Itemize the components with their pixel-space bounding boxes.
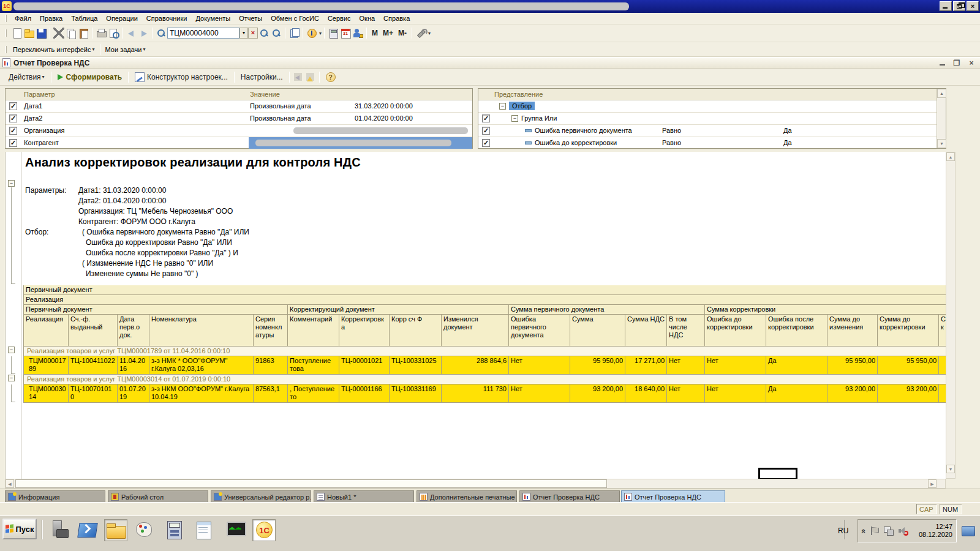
calculator-icon[interactable] <box>328 28 339 39</box>
menu-item-1[interactable]: Правка <box>36 13 67 23</box>
filter-row[interactable]: ✓−Группа Или <box>478 113 937 125</box>
child-restore-button[interactable]: ❐ <box>952 59 962 68</box>
1c-taskbar-icon[interactable]: 1С <box>252 519 276 541</box>
find-next-icon[interactable] <box>258 28 270 39</box>
row-checkbox[interactable]: ✓ <box>9 139 17 147</box>
scroll-thumb[interactable] <box>15 479 607 488</box>
chevron-expand-icon[interactable]: « <box>859 528 869 533</box>
close-button[interactable]: × <box>967 1 979 11</box>
report-horizontal-scrollbar[interactable]: ◀ ▶ <box>5 479 946 489</box>
table-data-row[interactable]: ТЦМ00001789ТЦ-10041102211.04.2016з-з НМК… <box>23 356 946 375</box>
scroll-down-icon[interactable]: ▼ <box>937 139 946 148</box>
memory-minus-button[interactable]: M- <box>396 28 409 38</box>
language-indicator[interactable]: RU <box>834 527 853 535</box>
chevron-down-icon[interactable]: ▾ <box>428 31 431 36</box>
mdi-tab-5[interactable]: Отчет Проверка НДС <box>519 490 620 503</box>
row-checkbox[interactable]: ✓ <box>482 139 490 147</box>
settings-button[interactable]: Настройки... <box>237 72 287 83</box>
undo-icon[interactable] <box>126 28 137 39</box>
save-icon[interactable] <box>36 28 47 39</box>
scroll-up-icon[interactable]: ▲ <box>937 89 946 98</box>
collapse-group-icon[interactable]: − <box>8 375 15 381</box>
folder-taskbar-icon[interactable] <box>104 519 127 541</box>
filter-row[interactable]: ✓Ошибка до корректировкиРавноДа <box>478 137 937 149</box>
menu-item-10[interactable]: Справка <box>379 13 414 23</box>
mdi-tab-0[interactable]: Информация <box>5 490 105 503</box>
copy-icon[interactable] <box>66 28 77 39</box>
tools-icon[interactable] <box>415 28 426 39</box>
scroll-right-icon[interactable]: ▶ <box>928 479 937 488</box>
row-checkbox[interactable]: ✓ <box>9 127 17 135</box>
row-checkbox[interactable]: ✓ <box>482 114 490 122</box>
flag-icon[interactable] <box>871 527 879 535</box>
tree-collapse-icon[interactable]: − <box>499 103 506 110</box>
param-row[interactable]: ✓Дата1Произвольная дата31.03.2020 0:00:0… <box>6 100 472 113</box>
actions-button[interactable]: Действия ▾ <box>5 72 48 83</box>
menu-item-6[interactable]: Отчеты <box>235 13 266 23</box>
scroll-left-icon[interactable]: ◀ <box>6 479 14 488</box>
report-vertical-scrollbar[interactable]: ▲ ▼ <box>946 152 956 479</box>
report-window-titlebar[interactable]: Отчет Проверка НДС ❐ × <box>0 57 980 69</box>
search-input[interactable] <box>167 28 239 39</box>
cut-icon[interactable] <box>53 28 64 39</box>
scroll-up-icon[interactable]: ▲ <box>946 152 955 161</box>
memory-button[interactable]: M <box>369 28 380 38</box>
param-row[interactable]: ✓Организация <box>6 125 472 137</box>
menu-item-8[interactable]: Сервис <box>323 13 355 23</box>
paste-icon[interactable] <box>78 28 89 39</box>
perf-taskbar-icon[interactable] <box>224 519 247 541</box>
table-caption-row[interactable]: Реализация товаров и услуг ТЦМ00001789 о… <box>23 347 946 356</box>
mdi-tab-1[interactable]: Рабочий стол <box>108 490 208 503</box>
switch-interface-button[interactable]: Переключить интерфейс ▾ <box>10 45 97 54</box>
speaker-muted-icon[interactable]: × <box>899 527 908 535</box>
chevron-down-icon[interactable]: ▾ <box>319 31 322 36</box>
minimize-button[interactable] <box>940 1 952 11</box>
find-prev-icon[interactable] <box>271 28 282 39</box>
info-icon[interactable] <box>306 28 317 39</box>
search-clear-button[interactable]: × <box>248 28 258 39</box>
new-document-icon[interactable] <box>11 28 22 39</box>
calc-taskbar-icon[interactable] <box>163 519 186 541</box>
calendar-icon[interactable]: 31 <box>340 28 351 39</box>
taskbar-clock[interactable]: 12:47 08.12.2020 <box>913 523 952 539</box>
tree-collapse-icon[interactable]: − <box>511 115 518 122</box>
mdi-tab-6[interactable]: Отчет Проверка НДС <box>621 490 725 503</box>
show-desktop-icon[interactable] <box>962 526 975 536</box>
open-icon[interactable] <box>23 28 34 39</box>
menu-item-4[interactable]: Справочники <box>142 13 192 23</box>
filter-panel-scrollbar[interactable]: ▲ ▼ <box>937 89 946 148</box>
print-preview-icon[interactable] <box>108 28 119 39</box>
menu-item-5[interactable]: Документы <box>191 13 235 23</box>
notepad-taskbar-icon[interactable] <box>192 519 216 541</box>
param-row[interactable]: ✓Контрагент <box>6 137 472 149</box>
menu-item-7[interactable]: Обмен с ГосИС <box>266 13 323 23</box>
print-icon[interactable] <box>96 28 107 39</box>
mdi-tab-2[interactable]: Универсальный редактор р... <box>211 490 311 503</box>
copy-format-icon[interactable] <box>288 28 300 39</box>
table-data-row[interactable]: ТЦМ00003014ТЦ-10070101001.07.2019з-з НКМ… <box>23 384 946 403</box>
paint-taskbar-icon[interactable] <box>134 519 157 541</box>
collapse-group-icon[interactable]: − <box>8 347 15 353</box>
row-checkbox[interactable]: ✓ <box>9 114 17 122</box>
filter-row[interactable]: −Отбор <box>478 100 937 113</box>
row-checkbox[interactable]: ✓ <box>482 127 490 135</box>
user-lock-icon[interactable] <box>352 28 363 39</box>
table-caption-row[interactable]: Реализация товаров и услуг ТЦМ00003014 о… <box>23 375 946 384</box>
save-settings-icon[interactable] <box>306 72 315 82</box>
restore-button[interactable] <box>953 1 965 11</box>
report-view[interactable]: −−− Анализ корректировок реализации для … <box>5 152 946 479</box>
child-close-button[interactable]: × <box>967 59 976 68</box>
memory-plus-button[interactable]: M+ <box>380 28 396 38</box>
filter-row[interactable]: ✓Ошибка первичного документаРавноДа <box>478 125 937 137</box>
menu-item-9[interactable]: Окна <box>355 13 380 23</box>
start-button[interactable]: Пуск <box>2 519 37 539</box>
menu-item-0[interactable]: Файл <box>10 13 36 23</box>
ps-taskbar-icon[interactable] <box>76 519 99 541</box>
network-icon[interactable] <box>884 527 894 535</box>
server-taskbar-icon[interactable] <box>48 519 71 541</box>
my-tasks-button[interactable]: Мои задачи ▾ <box>103 45 148 54</box>
mdi-tab-3[interactable]: Новый1 * <box>314 490 414 503</box>
search-dropdown-button[interactable]: ▾ <box>239 28 248 39</box>
settings-constructor-button[interactable]: Конструктор настроек... <box>131 71 232 83</box>
mdi-tab-4[interactable]: Дополнительные печатные ... <box>417 490 517 503</box>
